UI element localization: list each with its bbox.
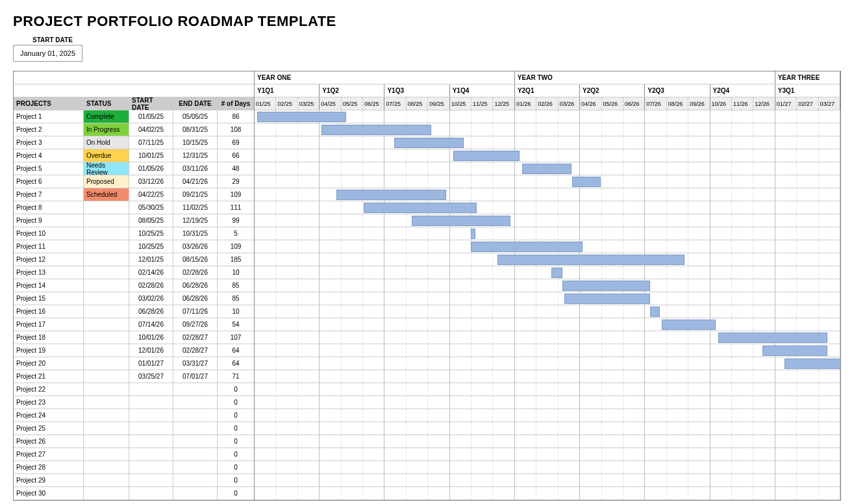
days-cell[interactable]: 185 <box>218 253 254 266</box>
start-date-cell[interactable] <box>129 383 173 396</box>
project-name-cell[interactable]: Project 22 <box>14 383 84 396</box>
end-date-cell[interactable]: 10/15/25 <box>173 136 218 149</box>
start-date-cell[interactable] <box>129 435 173 447</box>
gantt-bar[interactable] <box>471 242 582 252</box>
gantt-bar[interactable] <box>453 151 520 161</box>
start-date-cell[interactable]: 03/25/27 <box>129 370 173 383</box>
status-cell[interactable]: On Hold <box>84 136 129 149</box>
end-date-cell[interactable] <box>173 474 218 486</box>
days-cell[interactable]: 108 <box>218 123 254 136</box>
end-date-cell[interactable] <box>173 396 218 409</box>
days-cell[interactable]: 111 <box>218 201 254 214</box>
gantt-bar[interactable] <box>650 307 660 317</box>
days-cell[interactable]: 5 <box>218 227 254 240</box>
project-name-cell[interactable]: Project 23 <box>14 396 84 409</box>
end-date-cell[interactable]: 07/11/26 <box>173 305 218 318</box>
status-cell[interactable] <box>84 318 129 331</box>
project-name-cell[interactable]: Project 1 <box>14 110 84 123</box>
end-date-cell[interactable] <box>173 461 218 473</box>
start-date-cell[interactable]: 02/28/26 <box>129 279 173 292</box>
project-name-cell[interactable]: Project 15 <box>14 292 84 305</box>
gantt-bar[interactable] <box>572 177 601 187</box>
days-cell[interactable]: 0 <box>218 448 254 460</box>
start-date-cell[interactable] <box>129 448 173 460</box>
project-name-cell[interactable]: Project 5 <box>14 162 84 175</box>
days-cell[interactable]: 48 <box>218 162 254 175</box>
gantt-bar[interactable] <box>471 229 475 239</box>
status-cell[interactable] <box>84 409 129 422</box>
days-cell[interactable]: 0 <box>218 409 254 422</box>
start-date-cell[interactable]: 07/14/26 <box>129 318 173 331</box>
project-name-cell[interactable]: Project 18 <box>14 331 84 344</box>
project-name-cell[interactable]: Project 4 <box>14 149 84 162</box>
end-date-cell[interactable]: 02/28/27 <box>173 331 218 344</box>
start-date-cell[interactable] <box>129 461 173 473</box>
project-name-cell[interactable]: Project 20 <box>14 357 84 370</box>
days-cell[interactable]: 69 <box>218 136 254 149</box>
start-date-cell[interactable]: 01/05/26 <box>129 162 173 175</box>
end-date-cell[interactable]: 07/01/27 <box>173 370 218 383</box>
gantt-bar[interactable] <box>412 216 510 226</box>
gantt-bar[interactable] <box>364 203 477 213</box>
start-date-cell[interactable]: 05/30/25 <box>129 201 173 214</box>
end-date-cell[interactable]: 11/02/25 <box>173 201 218 214</box>
gantt-bar[interactable] <box>562 281 650 291</box>
start-date-cell[interactable]: 03/12/26 <box>129 175 173 188</box>
status-cell[interactable] <box>84 448 129 460</box>
start-date-cell[interactable]: 10/25/25 <box>129 240 173 253</box>
status-cell[interactable] <box>84 357 129 370</box>
start-date-cell[interactable]: 07/11/25 <box>129 136 173 149</box>
start-date-cell[interactable]: 10/25/25 <box>129 227 173 240</box>
days-cell[interactable]: 85 <box>218 292 254 305</box>
start-date-cell[interactable] <box>129 422 173 435</box>
status-cell[interactable] <box>84 214 129 227</box>
start-date-cell[interactable]: 01/05/25 <box>129 110 173 123</box>
project-name-cell[interactable]: Project 16 <box>14 305 84 318</box>
project-name-cell[interactable]: Project 24 <box>14 409 84 422</box>
days-cell[interactable]: 0 <box>218 461 254 473</box>
days-cell[interactable]: 54 <box>218 318 254 331</box>
gantt-bar[interactable] <box>564 294 650 304</box>
gantt-bar[interactable] <box>497 255 684 265</box>
days-cell[interactable]: 109 <box>218 240 254 253</box>
start-date-value[interactable]: January 01, 2025 <box>13 45 82 62</box>
project-name-cell[interactable]: Project 8 <box>14 201 84 214</box>
days-cell[interactable]: 64 <box>218 357 254 370</box>
end-date-cell[interactable]: 03/31/27 <box>173 357 218 370</box>
end-date-cell[interactable]: 02/28/27 <box>173 344 218 357</box>
status-cell[interactable] <box>84 201 129 214</box>
project-name-cell[interactable]: Project 25 <box>14 422 84 435</box>
end-date-cell[interactable]: 06/28/26 <box>173 279 218 292</box>
end-date-cell[interactable] <box>173 448 218 460</box>
days-cell[interactable]: 109 <box>218 188 254 201</box>
end-date-cell[interactable] <box>173 435 218 447</box>
days-cell[interactable]: 64 <box>218 344 254 357</box>
project-name-cell[interactable]: Project 6 <box>14 175 84 188</box>
project-name-cell[interactable]: Project 3 <box>14 136 84 149</box>
gantt-bar[interactable] <box>662 320 716 330</box>
start-date-cell[interactable] <box>129 396 173 409</box>
start-date-cell[interactable]: 08/05/25 <box>129 214 173 227</box>
gantt-bar[interactable] <box>522 164 571 174</box>
project-name-cell[interactable]: Project 19 <box>14 344 84 357</box>
project-name-cell[interactable]: Project 11 <box>14 240 84 253</box>
project-name-cell[interactable]: Project 30 <box>14 487 84 499</box>
project-name-cell[interactable]: Project 14 <box>14 279 84 292</box>
start-date-cell[interactable]: 06/28/26 <box>129 305 173 318</box>
status-cell[interactable] <box>84 435 129 447</box>
status-cell[interactable]: Proposed <box>84 175 129 188</box>
status-cell[interactable]: In Progress <box>84 123 129 136</box>
days-cell[interactable]: 107 <box>218 331 254 344</box>
gantt-bar[interactable] <box>257 112 346 122</box>
status-cell[interactable] <box>84 266 129 279</box>
status-cell[interactable]: Overdue <box>84 149 129 162</box>
status-cell[interactable] <box>84 227 129 240</box>
project-name-cell[interactable]: Project 21 <box>14 370 84 383</box>
gantt-bar[interactable] <box>718 333 827 343</box>
end-date-cell[interactable] <box>173 383 218 396</box>
status-cell[interactable] <box>84 240 129 253</box>
project-name-cell[interactable]: Project 29 <box>14 474 84 486</box>
days-cell[interactable]: 71 <box>218 370 254 383</box>
days-cell[interactable]: 0 <box>218 396 254 409</box>
project-name-cell[interactable]: Project 13 <box>14 266 84 279</box>
